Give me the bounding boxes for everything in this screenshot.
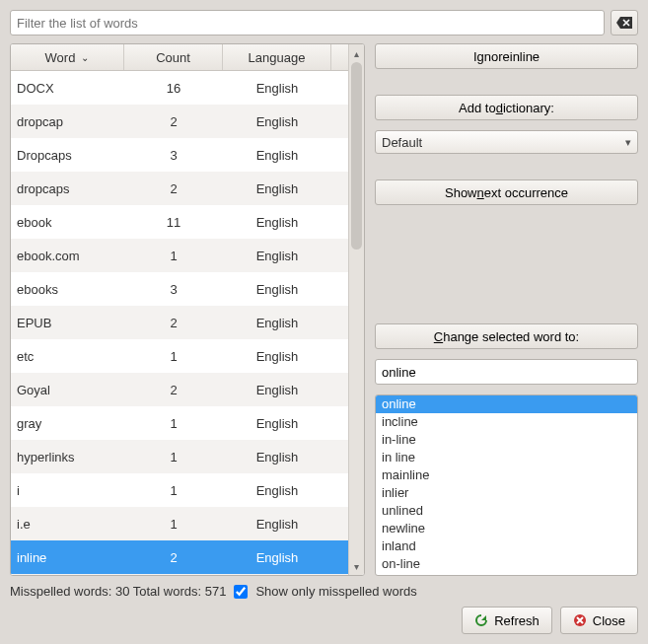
suggestion-item[interactable]: inland xyxy=(376,537,637,555)
suggestion-item[interactable]: online xyxy=(376,395,637,413)
suggestion-list[interactable]: onlineinclinein-linein linemainlineinlie… xyxy=(375,394,638,576)
ignore-label-prefix: Ignore xyxy=(473,49,510,64)
cell-word: dropcaps xyxy=(11,181,124,196)
dictionary-select-value: Default xyxy=(382,135,422,150)
cell-word: ebooks xyxy=(11,282,124,297)
show-only-misspelled-label: Show only misspelled words xyxy=(255,584,416,599)
column-header-word[interactable]: Word⌄ xyxy=(11,44,124,70)
table-row[interactable]: ebook.com1English xyxy=(11,239,348,272)
cell-word: inline xyxy=(11,550,124,565)
cell-word: dropcap xyxy=(11,114,124,129)
suggestion-item[interactable]: in-line xyxy=(376,431,637,449)
cell-language: English xyxy=(223,483,331,498)
cell-word: etc xyxy=(11,349,124,364)
suggestion-item[interactable]: on-line xyxy=(376,555,637,573)
table-row[interactable]: dropcaps2English xyxy=(11,172,348,205)
cell-word: i xyxy=(11,483,124,498)
table-row[interactable]: EPUB2English xyxy=(11,306,348,339)
cell-count: 11 xyxy=(124,215,223,230)
cell-count: 1 xyxy=(124,416,223,431)
sort-indicator-icon: ⌄ xyxy=(81,52,89,63)
cell-language: English xyxy=(223,181,331,196)
show-next-occurrence-button[interactable]: Show next occurrence xyxy=(375,179,638,205)
table-row[interactable]: DOCX16English xyxy=(11,71,348,105)
scroll-up-button[interactable]: ▴ xyxy=(349,44,364,62)
cell-word: ebook.com xyxy=(11,249,124,263)
cell-word: i.e xyxy=(11,517,124,532)
cell-language: English xyxy=(223,517,331,532)
cell-language: English xyxy=(223,114,331,129)
cell-language: English xyxy=(223,550,331,565)
clear-filter-button[interactable] xyxy=(611,10,638,36)
cell-count: 1 xyxy=(124,349,223,364)
cell-language: English xyxy=(223,81,331,96)
column-header-language[interactable]: Language xyxy=(223,44,331,70)
column-header-count[interactable]: Count xyxy=(124,44,223,70)
cell-count: 1 xyxy=(124,249,223,263)
refresh-icon xyxy=(474,613,488,627)
cell-count: 2 xyxy=(124,181,223,196)
cell-count: 2 xyxy=(124,550,223,565)
filter-input[interactable] xyxy=(10,10,605,36)
cell-language: English xyxy=(223,249,331,263)
suggestion-item[interactable]: mainline xyxy=(376,466,637,484)
table-row[interactable]: etc1English xyxy=(11,339,348,373)
ignore-button[interactable]: Ignore inline xyxy=(375,43,638,69)
cell-count: 2 xyxy=(124,114,223,129)
table-row[interactable]: dropcap2English xyxy=(11,105,348,138)
suggestion-item[interactable]: inlier xyxy=(376,484,637,502)
table-row[interactable]: ebooks3English xyxy=(11,272,348,306)
show-only-misspelled-checkbox[interactable] xyxy=(234,585,248,599)
cell-word: ebook xyxy=(11,215,124,230)
cell-count: 3 xyxy=(124,282,223,297)
cell-word: DOCX xyxy=(11,81,124,96)
cell-count: 2 xyxy=(124,316,223,330)
table-row[interactable]: hyperlinks1English xyxy=(11,440,348,473)
cell-language: English xyxy=(223,349,331,364)
add-to-dictionary-button[interactable]: Add to dictionary: xyxy=(375,95,638,120)
cell-count: 3 xyxy=(124,148,223,163)
change-selected-word-label[interactable]: Change selected word to: xyxy=(375,323,638,349)
suggestion-item[interactable]: in line xyxy=(376,449,637,466)
cell-language: English xyxy=(223,450,331,465)
cell-count: 1 xyxy=(124,517,223,532)
close-icon xyxy=(573,613,587,627)
table-scrollbar[interactable]: ▴ ▾ xyxy=(348,44,364,575)
suggestion-item[interactable]: incline xyxy=(376,413,637,431)
cell-language: English xyxy=(223,148,331,163)
cell-language: English xyxy=(223,416,331,431)
refresh-button[interactable]: Refresh xyxy=(462,607,552,634)
close-label: Close xyxy=(593,613,625,628)
table-row[interactable]: i1English xyxy=(11,473,348,507)
word-table: Word⌄ Count Language DOCX16Englishdropca… xyxy=(11,44,348,575)
cell-count: 1 xyxy=(124,483,223,498)
cell-language: English xyxy=(223,282,331,297)
cell-count: 1 xyxy=(124,450,223,465)
table-row[interactable]: inline2English xyxy=(11,540,348,574)
suggestion-item[interactable]: unlined xyxy=(376,502,637,520)
scroll-thumb[interactable] xyxy=(351,62,362,250)
dictionary-select[interactable]: Default xyxy=(375,130,638,154)
cell-count: 2 xyxy=(124,383,223,397)
table-row[interactable]: Dropcaps3English xyxy=(11,138,348,172)
cell-language: English xyxy=(223,316,331,330)
cell-word: gray xyxy=(11,416,124,431)
cell-count: 16 xyxy=(124,81,223,96)
close-button[interactable]: Close xyxy=(560,607,638,634)
suggestion-item[interactable]: newline xyxy=(376,520,637,537)
table-row[interactable]: Inline5English xyxy=(11,574,348,575)
backspace-icon xyxy=(616,17,632,29)
cell-language: English xyxy=(223,383,331,397)
cell-language: English xyxy=(223,215,331,230)
refresh-label: Refresh xyxy=(494,613,540,628)
change-word-input[interactable] xyxy=(375,359,638,385)
ignore-label-word: inline xyxy=(510,49,540,64)
cell-word: EPUB xyxy=(11,316,124,330)
cell-word: hyperlinks xyxy=(11,450,124,465)
cell-word: Goyal xyxy=(11,383,124,397)
table-row[interactable]: ebook11English xyxy=(11,205,348,239)
table-row[interactable]: gray1English xyxy=(11,406,348,440)
scroll-down-button[interactable]: ▾ xyxy=(349,557,364,575)
table-row[interactable]: i.e1English xyxy=(11,507,348,540)
table-row[interactable]: Goyal2English xyxy=(11,373,348,406)
